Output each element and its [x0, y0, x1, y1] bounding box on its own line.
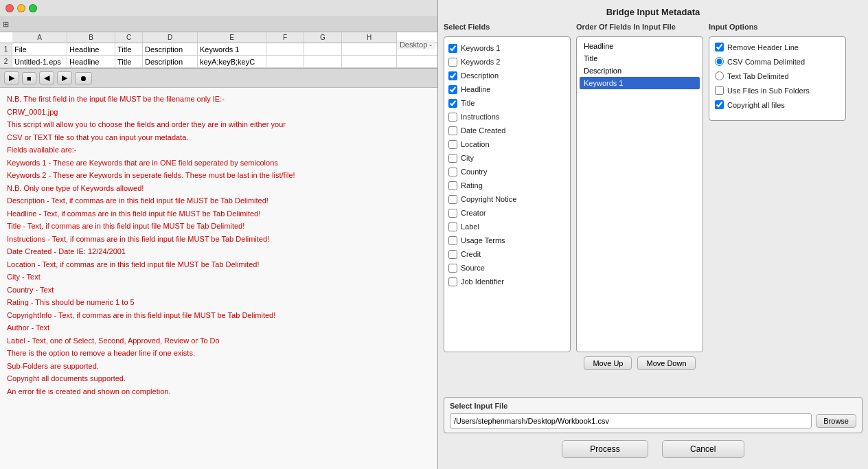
list-item[interactable]: Description — [580, 65, 700, 77]
description-label: Description — [461, 71, 499, 80]
usage-terms-checkbox[interactable] — [448, 236, 457, 245]
keywords1-checkbox[interactable] — [448, 44, 457, 53]
script-content[interactable]: N.B. The first field in the input file M… — [0, 88, 437, 469]
field-description[interactable]: Description — [448, 69, 566, 82]
cell-a1[interactable]: File — [12, 43, 67, 55]
input-file-section: Select Input File Browse — [444, 397, 863, 433]
keywords2-checkbox[interactable] — [448, 58, 457, 67]
field-job-identifier[interactable]: Job Identifier — [448, 275, 566, 288]
option-csv[interactable]: CSV Comma Delimited — [715, 57, 840, 66]
cell-d2[interactable]: Description — [143, 56, 198, 67]
script-line-5: Fields available are:- — [7, 144, 431, 156]
date-created-checkbox[interactable] — [448, 126, 457, 135]
cell-h1[interactable] — [342, 43, 397, 55]
country-checkbox[interactable] — [448, 168, 457, 176]
option-copyright[interactable]: Copyright all files — [715, 100, 840, 109]
field-rating[interactable]: Rating — [448, 179, 566, 192]
description-checkbox[interactable] — [448, 71, 457, 80]
csv-radio[interactable] — [715, 57, 724, 66]
location-checkbox[interactable] — [448, 140, 457, 149]
subfolders-checkbox[interactable] — [715, 86, 724, 95]
field-creator[interactable]: Creator — [448, 206, 566, 220]
option-subfolders[interactable]: Use Files in Sub Folders — [715, 86, 840, 95]
credit-checkbox[interactable] — [448, 250, 457, 259]
source-checkbox[interactable] — [448, 264, 457, 273]
field-date-created[interactable]: Date Created — [448, 124, 566, 137]
back-button[interactable]: ◀ — [39, 71, 54, 84]
record-button[interactable]: ⏺ — [75, 72, 92, 84]
col-f-header: F — [266, 32, 304, 43]
cell-c2[interactable]: Title — [115, 56, 143, 67]
tab-radio[interactable] — [715, 71, 724, 80]
option-remove-header[interactable]: Remove Header Line — [715, 43, 840, 52]
field-keywords2[interactable]: Keywords 2 — [448, 55, 566, 69]
field-instructions[interactable]: Instructions — [448, 110, 566, 124]
list-item[interactable]: Headline — [580, 40, 700, 52]
col-e-header: E — [198, 32, 266, 43]
cell-f2[interactable] — [266, 56, 304, 67]
input-file-title: Select Input File — [450, 402, 856, 410]
select-fields-box: Keywords 1 Keywords 2 Description Headli… — [444, 36, 571, 352]
cell-c1[interactable]: Title — [115, 43, 143, 55]
forward-button[interactable]: ▶ — [57, 71, 72, 84]
label-checkbox[interactable] — [448, 222, 457, 231]
cell-g1[interactable] — [304, 43, 342, 55]
remove-header-checkbox[interactable] — [715, 43, 724, 52]
instructions-checkbox[interactable] — [448, 113, 457, 122]
browse-button[interactable]: Browse — [816, 414, 856, 428]
title-checkbox[interactable] — [448, 99, 457, 108]
script-line-24: An error file is created and shown on co… — [7, 386, 431, 398]
option-tab[interactable]: Text Tab Delimited — [715, 71, 840, 80]
field-keywords1[interactable]: Keywords 1 — [448, 41, 566, 55]
input-options-section: Input Options Remove Header Line CSV Com… — [709, 23, 846, 391]
run-button[interactable]: ▶ — [4, 71, 19, 84]
field-headline[interactable]: Headline — [448, 82, 566, 96]
cell-e1[interactable]: Keywords 1 — [198, 43, 266, 55]
cell-b1[interactable]: Headline — [67, 43, 115, 55]
field-usage-terms[interactable]: Usage Terms — [448, 233, 566, 247]
cell-e2[interactable]: keyA;keyB;keyC — [198, 56, 266, 67]
tab-label: Text Tab Delimited — [727, 72, 789, 80]
col-d-header: D — [143, 32, 198, 43]
list-item[interactable]: Title — [580, 52, 700, 65]
process-button[interactable]: Process — [562, 440, 648, 458]
maximize-button[interactable] — [29, 4, 37, 12]
city-checkbox[interactable] — [448, 154, 457, 163]
copyright-label: Copyright all files — [727, 101, 785, 109]
field-copyright-notice[interactable]: Copyright Notice — [448, 192, 566, 206]
cell-a2[interactable]: Untitled-1.eps — [12, 56, 67, 67]
field-country[interactable]: Country — [448, 165, 566, 179]
field-source[interactable]: Source — [448, 261, 566, 275]
cell-f1[interactable] — [266, 43, 304, 55]
stop-button[interactable]: ■ — [22, 72, 36, 84]
cell-b2[interactable]: Headline — [67, 56, 115, 67]
cell-h2[interactable] — [342, 56, 397, 67]
field-location[interactable]: Location — [448, 137, 566, 151]
copyright-notice-checkbox[interactable] — [448, 195, 457, 204]
row-2-header: 2 — [0, 56, 12, 67]
field-credit[interactable]: Credit — [448, 247, 566, 261]
subfolders-label: Use Files in Sub Folders — [727, 87, 810, 95]
list-item-selected[interactable]: Keywords 1 — [580, 77, 700, 89]
cell-g2[interactable] — [304, 56, 342, 67]
field-city[interactable]: City — [448, 151, 566, 165]
move-up-button[interactable]: Move Up — [584, 356, 632, 370]
creator-label: Creator — [461, 209, 486, 217]
cell-d1[interactable]: Description — [143, 43, 198, 55]
field-label[interactable]: Label — [448, 220, 566, 233]
cancel-button[interactable]: Cancel — [662, 440, 744, 458]
copyright-checkbox[interactable] — [715, 100, 724, 109]
col-b-header: B — [67, 32, 115, 43]
script-line-8: N.B. Only one type of Keywords allowed! — [7, 183, 431, 194]
close-button[interactable] — [5, 4, 14, 12]
file-input-row: Browse — [450, 413, 856, 428]
field-title[interactable]: Title — [448, 96, 566, 110]
file-path-input[interactable] — [450, 413, 812, 428]
headline-checkbox[interactable] — [448, 85, 457, 94]
csv-label: CSV Comma Delimited — [727, 58, 805, 66]
move-down-button[interactable]: Move Down — [637, 356, 695, 370]
job-identifier-checkbox[interactable] — [448, 277, 457, 286]
rating-checkbox[interactable] — [448, 181, 457, 190]
minimize-button[interactable] — [17, 4, 25, 12]
creator-checkbox[interactable] — [448, 209, 457, 218]
